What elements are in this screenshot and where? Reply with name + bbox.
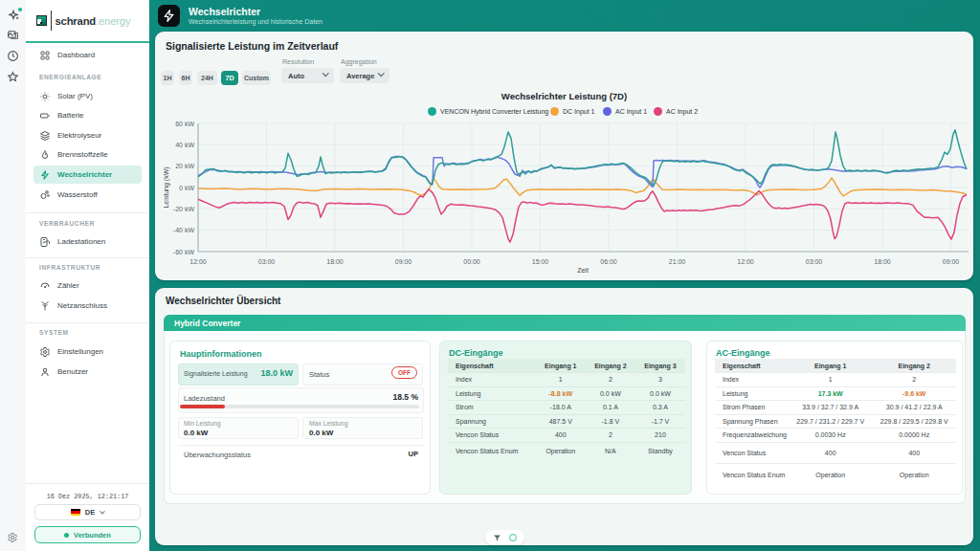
svg-text:40 kW: 40 kW <box>175 142 194 148</box>
svg-text:12:00: 12:00 <box>737 258 754 265</box>
svg-text:12:00: 12:00 <box>189 258 207 265</box>
svg-text:18:00: 18:00 <box>874 258 891 265</box>
svg-text:20 kW: 20 kW <box>175 163 194 169</box>
svg-text:60 kW: 60 kW <box>175 121 194 127</box>
svg-text:06:00: 06:00 <box>600 258 617 265</box>
svg-text:-40 kW: -40 kW <box>173 227 195 233</box>
svg-text:Zeit: Zeit <box>577 267 589 274</box>
svg-text:03:00: 03:00 <box>806 258 823 265</box>
svg-text:03:00: 03:00 <box>258 258 276 265</box>
svg-text:-60 kW: -60 kW <box>173 249 195 255</box>
svg-text:-20 kW: -20 kW <box>173 206 195 212</box>
svg-text:09:00: 09:00 <box>395 258 412 265</box>
svg-text:18:00: 18:00 <box>326 258 344 265</box>
svg-text:15:00: 15:00 <box>532 258 549 265</box>
svg-text:Leistung (kW): Leistung (kW) <box>163 166 170 208</box>
svg-text:09:00: 09:00 <box>943 258 960 265</box>
svg-text:0 kW: 0 kW <box>179 185 194 191</box>
svg-text:21:00: 21:00 <box>669 258 686 265</box>
svg-text:00:00: 00:00 <box>463 258 480 265</box>
